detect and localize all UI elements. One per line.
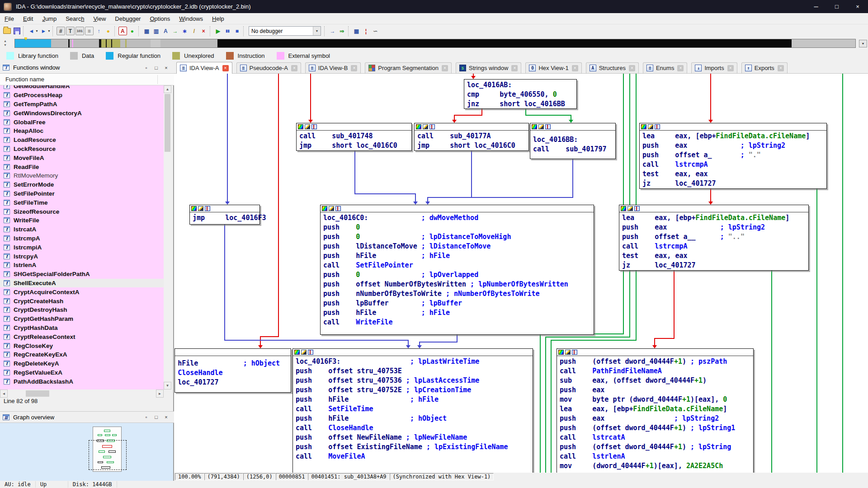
tab-enums[interactable]: ≡Enums× [643,62,687,73]
function-row-cryptdestroyhash[interactable]: fCryptDestroyHash [0,305,164,314]
function-row-lstrcmpia[interactable]: flstrcmpiA [0,243,164,252]
block-edit-icon[interactable] [565,350,571,355]
flashlight-icon[interactable]: ● [104,27,113,35]
save-icon[interactable] [14,28,20,34]
debugger-combo[interactable]: No debugger▼ [249,26,321,36]
basic-block-cmp-dotdot[interactable]: lea eax, [ebp+FindFileData.cFileName]pus… [619,205,809,271]
close-button[interactable]: × [847,0,868,13]
block-edit-icon[interactable] [627,206,633,211]
block-color-icon[interactable] [641,124,646,129]
basic-block-jmp-4016f3[interactable]: jmp loc_4016F3 [189,205,260,225]
block-color-icon[interactable] [298,124,303,129]
block-color-icon[interactable] [621,206,626,211]
step-into-icon[interactable]: ⇒ [338,27,346,35]
tab-close-icon[interactable]: × [572,65,578,71]
basic-block-close-handle[interactable]: push hFile ; hObjectcall CloseHandlejmp … [175,348,291,393]
basic-block-path-block[interactable]: push (offset dword_40444F+1) ; pszPathca… [557,348,754,473]
tab-hex-view-1[interactable]: 0Hex View-1× [525,62,581,73]
add-code-icon[interactable]: ▦ [142,27,151,35]
block-color-icon[interactable] [322,206,327,211]
text-view-icon[interactable]: A [118,27,127,35]
tab-close-icon[interactable]: × [222,65,229,71]
function-row-lockresource[interactable]: fLockResource [0,145,164,154]
basic-block-loc-4016ab[interactable]: loc_4016AB:cmp byte_406550, 0jnz short l… [464,79,577,109]
navband-up-icon[interactable]: ▲ [4,39,7,42]
function-row-setfiletime[interactable]: fSetFileTime [0,198,164,207]
block-edit-icon[interactable] [305,124,310,129]
basic-block-cmp-dot[interactable]: lea eax, [ebp+FindFileData.cFileName]pus… [639,123,827,189]
vscroll-up-button[interactable]: ▲ [164,85,171,93]
basic-block-loc-4016c0[interactable]: loc_4016C0: ; dwMoveMethodpush 0push 0 ;… [320,205,594,335]
step-over-icon[interactable]: → [328,27,337,35]
menu-help[interactable]: Help [208,14,229,23]
function-row-regcreatekeyexa[interactable]: fRegCreateKeyExA [0,350,164,359]
menu-edit[interactable]: Edit [19,14,38,23]
block-color-icon[interactable] [191,206,197,211]
tab-close-icon[interactable]: × [629,65,635,71]
navigation-band[interactable] [14,39,856,48]
functions-panel-float-button[interactable]: □ [152,64,160,71]
block-group-icon[interactable] [572,350,577,355]
search-text-icon[interactable]: T [66,27,75,35]
function-row-movefilea[interactable]: fMoveFileA [0,153,164,162]
function-row-heapalloc[interactable]: fHeapAlloc [0,127,164,136]
tab-close-icon[interactable]: × [778,65,784,71]
tab-strings-window[interactable]: sStrings window× [456,62,521,73]
tab-imports[interactable]: ↓Imports× [691,62,737,73]
undefine-icon[interactable]: × [199,27,208,35]
block-group-icon[interactable] [335,206,341,211]
block-group-icon[interactable] [429,124,435,129]
function-row-globalfree[interactable]: fGlobalFree [0,117,164,127]
patch-icon[interactable]: ∗ [180,27,189,35]
add-name-icon[interactable]: A [161,27,170,35]
menu-windows[interactable]: Windows [175,14,208,23]
function-row-getmodulehandlea[interactable]: fGetModuleHandleA [0,85,164,91]
function-row-setfilepointer[interactable]: fSetFilePointer [0,189,164,198]
function-row-shellexecutea[interactable]: fShellExecuteA [0,279,164,288]
tab-close-icon[interactable]: × [351,65,357,71]
overview-panel-close-button[interactable]: × [162,413,170,421]
debug-pause-icon[interactable]: ▮▮ [223,27,232,35]
open-file-icon[interactable] [3,28,11,34]
block-group-icon[interactable] [545,124,551,129]
run-indicator-icon[interactable]: ● [128,27,137,35]
function-row-cryptacquirecontexta[interactable]: fCryptAcquireContextA [0,287,164,296]
function-row-cryptreleasecontext[interactable]: fCryptReleaseContext [0,332,164,341]
menu-debugger[interactable]: Debugger [110,14,145,23]
block-edit-icon[interactable] [329,206,334,211]
basic-block-loc-4016bb[interactable]: loc_4016BB:call sub_401797 [530,123,616,159]
graph-view[interactable]: loc_4016AB:cmp byte_406550, 0jnz short l… [174,74,868,473]
block-edit-icon[interactable] [198,206,203,211]
search-next-icon[interactable]: ≡ [85,27,94,35]
navband-dropdown[interactable]: ▼ [859,40,867,47]
edit-icon[interactable]: / [190,27,198,35]
function-row-lstrcmpa[interactable]: flstrcmpA [0,234,164,243]
block-color-icon[interactable] [416,124,421,129]
function-row-loadresource[interactable]: fLoadResource [0,136,164,145]
menu-options[interactable]: Options [145,14,175,23]
function-row-regsetvalueexa[interactable]: fRegSetValueExA [0,368,164,377]
menu-file[interactable]: File [0,14,19,23]
snippet-icon[interactable]: ∽ [371,27,380,35]
tab-close-icon[interactable]: × [677,65,684,71]
tab-close-icon[interactable]: × [291,65,297,71]
maximize-button[interactable]: □ [826,0,847,13]
functions-panel-close-button[interactable]: × [162,64,170,71]
minimize-button[interactable]: ─ [806,0,826,13]
function-row-regclosekey[interactable]: fRegCloseKey [0,341,164,350]
jump-up-icon[interactable]: ↑ [94,27,103,35]
basic-block-loc-4016f3[interactable]: loc_4016F3: ; lpLastWriteTimepush offset… [292,348,533,473]
windows-list-icon[interactable]: ▦ [352,27,361,35]
tab-program-segmentation[interactable]: Program Segmentation× [365,62,452,73]
function-row-regdeletekeya[interactable]: fRegDeleteKeyA [0,359,164,368]
forward-icon[interactable]: ► [39,27,48,35]
block-group-icon[interactable] [308,350,313,355]
function-row-sizeofresource[interactable]: fSizeofResource [0,207,164,216]
tab-ida-view-a[interactable]: ≡IDA View-A× [176,62,232,74]
tab-close-icon[interactable]: × [727,65,734,71]
function-row-pathaddbackslasha[interactable]: fPathAddBackslashA [0,377,164,386]
function-row-lstrlena[interactable]: flstrlenA [0,261,164,270]
function-row-rtlmovememory[interactable]: fRtlMoveMemory [0,171,164,180]
function-row-cryptgethashparam[interactable]: fCryptGetHashParam [0,314,164,324]
block-edit-icon[interactable] [423,124,428,129]
